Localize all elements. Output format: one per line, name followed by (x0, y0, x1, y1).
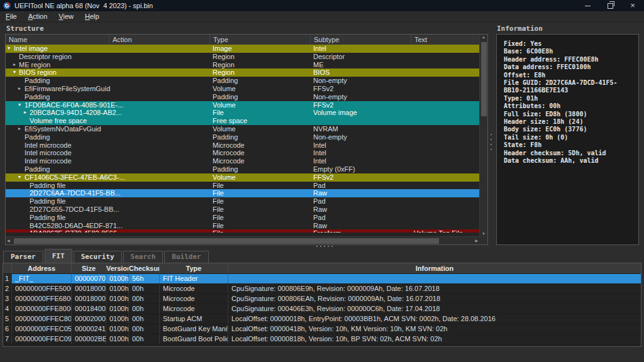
fit-cell-address: 00000000FFEC0900h (12, 334, 72, 344)
tree-cell-text: Volume Top File (411, 229, 479, 233)
tree-row[interactable]: ▾ BIOS region Region BIOS (6, 69, 479, 77)
fit-cell-address: 00000000FFEC0500h (12, 324, 72, 334)
tree-cell-text (411, 93, 479, 101)
fit-header-address[interactable]: Address (12, 263, 72, 273)
tree-cell-subtype (310, 117, 414, 125)
column-header-name[interactable]: Name (6, 35, 109, 45)
scroll-down-icon[interactable]: ▼ (480, 232, 487, 236)
tree-cell-action (109, 197, 209, 206)
tree-row[interactable]: Padding Padding Non-empty (6, 133, 479, 141)
menu-help[interactable]: Help (79, 11, 105, 22)
tree-cell-text (411, 109, 479, 117)
bottom-tab[interactable]: Security (74, 251, 122, 263)
tree-row[interactable]: Volume free space Free space (6, 117, 479, 125)
tree-cell-type: Volume (209, 173, 313, 182)
tree-row[interactable]: Padding file File Pad (6, 182, 479, 190)
tree-row[interactable]: Intel microcode Microcode Intel (6, 141, 479, 150)
tree-cell-type: Microcode (209, 141, 313, 150)
tree-row[interactable]: ▸ ME region Region ME (6, 61, 479, 69)
tree-row[interactable]: Padding file File Pad (6, 214, 479, 222)
tree-row[interactable]: Intel microcode Microcode Intel (6, 149, 479, 157)
splitter-handle-vertical[interactable] (491, 134, 493, 150)
tree-cell-action (109, 206, 209, 214)
tree-cell-subtype: Non-empty (310, 93, 414, 101)
tree-cell-type: Region (209, 61, 313, 69)
fit-header-checksum[interactable]: Checksum (129, 263, 160, 273)
column-header-subtype[interactable]: Subtype (310, 35, 411, 45)
fit-header-type[interactable]: Type (160, 263, 228, 273)
fit-table-row[interactable]: 5 00000000FFEC8000h 00002000h 0100h 00h … (3, 314, 641, 324)
fit-cell-version: 0100h (106, 274, 129, 283)
fit-cell-checksum: 00h (129, 304, 160, 314)
fit-cell-rownum: 1 (3, 274, 12, 283)
fit-cell-size: 00018400h (72, 304, 106, 314)
fit-table-row[interactable]: 7 00000000FFEC0900h 000002BBh 0100h 00h … (3, 334, 641, 344)
column-header-action[interactable]: Action (109, 35, 209, 45)
tree-row[interactable]: Intel microcode Microcode Intel (6, 157, 479, 165)
tree-row[interactable]: Padding file File Pad (6, 197, 479, 206)
tree-cell-type: Microcode (209, 157, 313, 165)
tree-horizontal-scrollbar[interactable]: ◀ ▶ (6, 236, 479, 244)
fit-table-row[interactable]: 4 00000000FFE80000h 00018400h 0100h 00h … (3, 304, 641, 314)
minimize-button[interactable] (576, 0, 599, 11)
tree-cell-text (411, 173, 479, 182)
vertical-scroll-thumb[interactable] (481, 42, 487, 116)
bottom-tab[interactable]: Search (123, 251, 164, 263)
menu-view[interactable]: View (53, 11, 79, 22)
information-line: Type: 01h (504, 95, 638, 102)
fit-cell-size: 00018000h (72, 284, 106, 293)
fit-table-row[interactable]: 3 00000000FFE68000h 00018000h 0100h 00h … (3, 294, 641, 304)
fit-table-row[interactable]: 2 00000000FFE50000h 00018000h 0100h 00h … (3, 284, 641, 294)
column-header-text[interactable]: Text (411, 35, 480, 45)
menu-action[interactable]: Action (23, 11, 53, 22)
fit-table-row[interactable]: 1 _FIT_ 00000070h 0100h 56h FIT Header (3, 274, 641, 284)
fit-header-information[interactable]: Information (228, 263, 641, 273)
fit-cell-version: 0100h (106, 284, 129, 293)
horizontal-scroll-thumb[interactable] (14, 238, 439, 244)
tree-cell-type: Padding (209, 77, 313, 85)
bottom-tab[interactable]: FIT (45, 249, 72, 263)
tree-row[interactable]: Padding Padding Non-empty (6, 77, 479, 85)
tree-row[interactable]: Padding Padding Non-empty (6, 93, 479, 101)
tree-row[interactable]: 2D27C6AA-7DCD-41F5-BB... File Raw (6, 189, 479, 197)
tree-row[interactable]: ▾ 1FD0BACE-6F0A-4085-901E-... Volume FFS… (6, 101, 479, 109)
fit-header-version[interactable]: Version (106, 263, 129, 273)
tree-row[interactable]: ▸ EfiFirmwareFileSystemGuid Volume FFSv2 (6, 85, 479, 93)
close-button[interactable]: × (621, 0, 644, 11)
information-line: Header address: FFEC00E8h (504, 56, 638, 63)
minimize-icon (585, 6, 591, 6)
scroll-left-icon[interactable]: ◀ (7, 238, 10, 243)
tree-row[interactable]: ▸ EfiSystemNvDataFvGuid Volume NVRAM (6, 125, 479, 133)
app-icon (3, 2, 11, 9)
tree-row[interactable]: ▾ CF1406C5-3FEC-47EB-A6C3-... Volume FFS… (6, 173, 479, 182)
tree-cell-action (109, 214, 209, 222)
bottom-tab[interactable]: Parser (3, 251, 43, 263)
tree-cell-action (109, 189, 209, 197)
tree-row[interactable]: Descriptor region Region Descriptor (6, 53, 479, 61)
tree-cell-subtype: FFSv2 (310, 101, 414, 109)
fit-cell-checksum: 00h (129, 314, 160, 324)
tree-cell-subtype: Descriptor (310, 53, 414, 61)
tree-cell-subtype: Raw (310, 206, 414, 214)
tree-cell-action (109, 229, 209, 233)
fit-table-row[interactable]: 6 00000000FFEC0500h 00000241h 0100h 00h … (3, 324, 641, 334)
tree-row[interactable]: Padding Padding Empty (0xFF) (6, 165, 479, 173)
bottom-tab[interactable]: Builder (164, 251, 208, 263)
tree-cell-type: File (209, 182, 313, 190)
restore-button[interactable] (599, 0, 621, 11)
tree-row[interactable]: B42C5280-D6AD-4EDF-871... File Raw (6, 222, 479, 230)
tree-row[interactable]: 1BA0062E-C779-4582-8566-... File Freefor… (6, 229, 479, 233)
scroll-up-icon[interactable]: ▲ (480, 35, 487, 39)
fit-header-size[interactable]: Size (72, 263, 106, 273)
tree-row[interactable]: 2D27C655-7DCD-41F5-BB... File Raw (6, 206, 479, 214)
tree-cell-action (109, 165, 209, 173)
menu-file[interactable]: File (0, 11, 23, 22)
tree-vertical-scrollbar[interactable]: ▲ ▼ (479, 35, 487, 236)
tree-cell-type: Region (209, 53, 313, 61)
splitter-handle-horizontal[interactable] (316, 246, 333, 248)
tree-row[interactable]: ▾ Intel image Image Intel (6, 45, 479, 53)
tree-row[interactable]: ▸ 20BC8AC9-94D1-4208-AB2... File Volume … (6, 109, 479, 117)
column-header-type[interactable]: Type (209, 35, 310, 45)
scroll-right-icon[interactable]: ▶ (475, 238, 478, 243)
tree-cell-name: Intel image (6, 45, 117, 53)
